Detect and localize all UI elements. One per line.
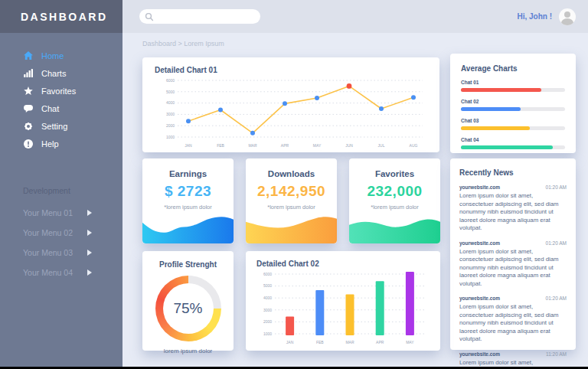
data-point	[379, 106, 384, 111]
data-point	[315, 96, 319, 100]
submenu-label: Your Menu 02	[23, 228, 73, 237]
news-body: Lorem ipsum dolor sit amet, consectetuer…	[459, 248, 567, 289]
avg-bar-fill	[461, 126, 530, 130]
avg-bar-track	[461, 107, 565, 111]
sidebar-item-help[interactable]: Help	[0, 135, 122, 152]
sidebar-item-label: Favorites	[41, 87, 76, 96]
avg-bar-fill	[461, 107, 521, 111]
topbar-user-area: Hi, John !	[517, 8, 576, 25]
search-box[interactable]	[139, 9, 260, 24]
sidebar-item-your-menu-04[interactable]: Your Menu 04	[0, 263, 122, 282]
x-tick-label: APR	[281, 143, 289, 148]
downloads-card: Downloads 2,142,950 *lorem ipsum dolor	[246, 158, 337, 243]
sidebar-section-label: Development	[23, 186, 122, 195]
x-tick-label: APR	[376, 340, 384, 345]
main-content: Dashboard > Lorem Ipsum Detailed Chart 0…	[122, 33, 588, 369]
stat-title: Earnings	[142, 169, 234, 178]
panel-title: Average Charts	[461, 64, 565, 73]
news-source: yourwebsite.com	[459, 240, 500, 246]
news-source: yourwebsite.com	[459, 296, 500, 301]
help-icon	[23, 139, 33, 149]
news-item-header: yourwebsite.com11:20 AM	[459, 351, 567, 357]
news-item-header: yourwebsite.com01:20 AM	[459, 240, 567, 246]
chart-title: Detailed Chart 02	[256, 260, 430, 268]
submenu-arrow-icon	[87, 230, 92, 236]
x-tick-label: AUG	[410, 143, 418, 148]
sidebar-item-home[interactable]: Home	[0, 47, 122, 64]
x-tick-label: MAR	[345, 340, 354, 345]
average-charts-card: Average Charts Chat 01Chat 02Chat 03Chat…	[450, 54, 576, 153]
dashboard-app: DASHBOARD Home Charts Favorites	[0, 0, 588, 369]
y-tick-label: 2000	[263, 319, 272, 324]
home-icon	[23, 51, 33, 60]
area-chart	[246, 215, 337, 243]
submenu-arrow-icon	[87, 250, 92, 256]
y-tick-label: 4000	[263, 296, 272, 300]
detailed-chart-02-card: Detailed Chart 02 6000500040003000200010…	[246, 251, 440, 351]
x-tick-label: JUL	[378, 143, 385, 148]
data-point	[347, 83, 352, 89]
sidebar-item-your-menu-03[interactable]: Your Menu 03	[0, 243, 122, 263]
x-tick-label: MAR	[248, 143, 257, 148]
line-chart: 600050004000300020001000JANFEBMARAPRMAYJ…	[155, 74, 427, 149]
bar-chart: 600050004000300020001000JANFEBMARAPRMAY	[256, 268, 430, 346]
x-tick-label: JAN	[185, 143, 192, 148]
sidebar-item-chat[interactable]: Chat	[0, 100, 122, 117]
news-item-header: yourwebsite.com01:20 AM	[459, 296, 567, 301]
sidebar-item-your-menu-02[interactable]: Your Menu 02	[0, 223, 122, 243]
y-tick-label: 6000	[263, 272, 272, 276]
x-tick-label: FEB	[217, 143, 224, 148]
data-point	[218, 107, 223, 112]
stat-value: 2,142,950	[246, 183, 337, 200]
bar	[286, 316, 294, 335]
news-timestamp: 01:20 AM	[546, 240, 567, 246]
news-item[interactable]: yourwebsite.com01:20 AMLorem ipsum dolor…	[459, 240, 567, 289]
submenu-label: Your Menu 04	[23, 268, 73, 277]
news-body: Lorem ipsum dolor sit amet, consectetuer…	[459, 303, 567, 344]
stat-title: Downloads	[246, 169, 337, 178]
detailed-chart-01-card: Detailed Chart 01 6000500040003000200010…	[142, 57, 439, 152]
bar-chart-icon	[23, 68, 33, 78]
user-avatar-icon[interactable]	[559, 8, 576, 25]
avg-bar-fill	[461, 145, 553, 149]
news-timestamp: 01:20 AM	[546, 184, 567, 190]
star-icon	[23, 86, 33, 96]
search-input[interactable]	[158, 13, 250, 21]
sidebar-item-label: Help	[41, 139, 59, 149]
avg-bar-label: Chat 04	[461, 137, 565, 142]
y-tick-label: 6000	[166, 78, 175, 83]
sidebar-item-setting[interactable]: Setting	[0, 117, 122, 135]
news-body: Lorem ipsum dolor sit amet, consectetuer…	[459, 192, 567, 233]
stat-note: *lorem ipsum dolor	[246, 204, 337, 211]
avg-bar-label: Chat 01	[461, 80, 565, 85]
recently-news-card: Recently News yourwebsite.com01:20 AMLor…	[450, 158, 576, 350]
sidebar-header: DASHBOARD	[0, 0, 122, 33]
news-item[interactable]: yourwebsite.com01:20 AMLorem ipsum dolor…	[459, 184, 567, 233]
topbar: Hi, John !	[122, 0, 588, 33]
progress-bar-list: Chat 01Chat 02Chat 03Chat 04	[461, 80, 565, 149]
avg-bar-track	[461, 88, 565, 92]
sidebar-item-your-menu-01[interactable]: Your Menu 01	[0, 203, 122, 223]
stat-value: $ 2723	[142, 183, 234, 200]
submenu-label: Your Menu 01	[23, 208, 73, 217]
y-tick-label: 1000	[263, 331, 272, 336]
news-item-header: yourwebsite.com01:20 AM	[459, 184, 567, 190]
y-tick-label: 2000	[166, 123, 175, 128]
stat-title: Favorites	[349, 169, 440, 178]
x-tick-label: JUN	[345, 143, 353, 148]
user-greeting: Hi, John !	[517, 12, 552, 21]
chat-bubble-icon	[23, 103, 33, 113]
sidebar-item-charts[interactable]: Charts	[0, 64, 122, 82]
news-timestamp: 01:20 AM	[546, 296, 567, 301]
sidebar-item-favorites[interactable]: Favorites	[0, 82, 122, 100]
y-tick-label: 1000	[166, 135, 175, 139]
chart-title: Detailed Chart 01	[155, 66, 427, 74]
stat-note: *lorem ipsum dolor	[349, 204, 440, 211]
area-chart	[349, 215, 440, 243]
sidebar-item-label: Home	[41, 51, 64, 60]
data-point	[283, 101, 287, 106]
search-icon	[145, 12, 154, 21]
news-item[interactable]: yourwebsite.com01:20 AMLorem ipsum dolor…	[459, 296, 567, 344]
sidebar-nav: Home Charts Favorites Chat	[0, 47, 122, 152]
avg-bar-row: Chat 04	[461, 137, 565, 149]
